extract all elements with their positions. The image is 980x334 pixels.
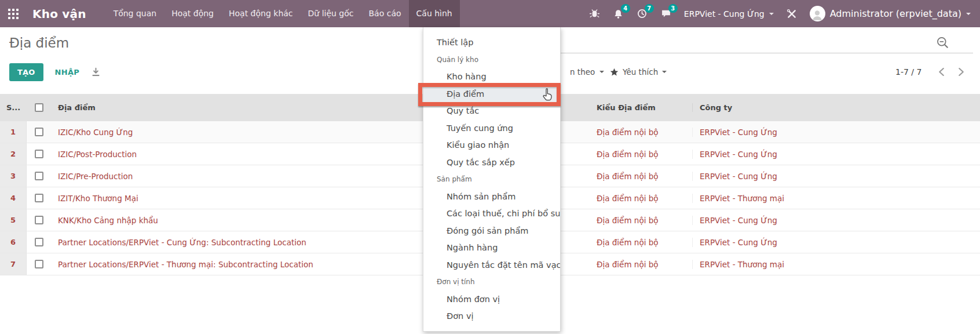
row-company: ERPViet - Thương mại <box>692 194 980 203</box>
row-location-type: Địa điểm nội bộ <box>573 128 692 137</box>
row-sequence: 5 <box>0 209 27 231</box>
menu-tong-quan[interactable]: Tổng quan <box>106 0 164 27</box>
menu-item-nguyen-tac-ma-vach[interactable]: Nguyên tắc đặt tên mã vạch <box>423 257 560 274</box>
topbar: Kho vận Tổng quan Hoạt động Hoạt động kh… <box>0 0 980 27</box>
menu-item-thiet-lap[interactable]: Thiết lập <box>423 34 560 52</box>
menu-section-quan-ly-kho: Quản lý kho <box>423 52 560 69</box>
chevron-down-icon <box>966 13 971 15</box>
header-location-type[interactable]: Kiểu Địa điểm <box>573 103 692 112</box>
menu-item-don-vi[interactable]: Đơn vị <box>423 308 560 325</box>
app-name: Kho vận <box>32 7 86 21</box>
row-checkbox[interactable] <box>35 172 43 180</box>
menu-section-san-pham: Sản phẩm <box>423 171 560 188</box>
import-button[interactable]: NHẬP <box>55 68 80 77</box>
row-company: ERPViet - Cung Ứng <box>692 128 980 137</box>
row-company: ERPViet - Cung Ứng <box>692 238 980 247</box>
group-by-label: n theo <box>570 67 595 77</box>
menu-item-dong-goi-san-pham[interactable]: Đóng gói sản phẩm <box>423 223 560 240</box>
header-company[interactable]: Công ty <box>692 103 980 112</box>
row-checkbox[interactable] <box>35 194 43 202</box>
menu-item-kieu-giao-nhan[interactable]: Kiểu giao nhận <box>423 137 560 154</box>
top-menu: Tổng quan Hoạt động Hoạt động khác Dữ li… <box>106 0 460 27</box>
user-menu[interactable]: Administrator (erpviet_data) <box>810 6 971 21</box>
row-sequence: 4 <box>0 187 27 209</box>
messages-chat-icon[interactable]: 3 <box>660 8 672 20</box>
row-checkbox[interactable] <box>35 260 43 268</box>
row-checkbox[interactable] <box>35 150 43 158</box>
row-checkbox[interactable] <box>35 238 43 246</box>
chevron-down-icon <box>599 71 604 73</box>
menu-du-lieu-goc[interactable]: Dữ liệu gốc <box>301 0 361 27</box>
avatar <box>810 6 825 21</box>
company-switcher[interactable]: ERPViet - Cung Ứng <box>684 9 774 19</box>
notifications-bell-icon[interactable]: 4 <box>613 8 624 20</box>
menu-item-cac-loai-thue[interactable]: Các loại thuế, chi phí bổ sung <box>423 205 560 223</box>
row-company: ERPViet - Cung Ứng <box>692 216 980 225</box>
chevron-down-icon <box>769 13 774 15</box>
row-sequence: 7 <box>0 253 27 275</box>
pager-previous-button[interactable] <box>934 64 949 80</box>
row-location-type: Địa điểm nội bộ <box>573 194 692 203</box>
menu-section-don-vi-tinh: Đơn vị tính <box>423 274 560 291</box>
clock-badge: 7 <box>645 4 654 13</box>
menu-item-tuyen-cung-ung[interactable]: Tuyến cung ứng <box>423 120 560 137</box>
group-by-button[interactable]: n theo <box>570 58 604 86</box>
row-company: ERPViet - Cung Ứng <box>692 172 980 181</box>
menu-item-dia-diem[interactable]: Địa điểm <box>423 86 560 103</box>
menu-item-kho-hang[interactable]: Kho hàng <box>423 68 560 86</box>
select-all-checkbox[interactable] <box>35 103 43 112</box>
row-company: ERPViet - Cung Ứng <box>692 150 980 159</box>
row-sequence: 2 <box>0 143 27 165</box>
config-dropdown-menu: Thiết lập Quản lý kho Kho hàng Địa điểm … <box>423 27 561 332</box>
menu-item-quy-tac-sap-xep[interactable]: Quy tắc sắp xếp <box>423 154 560 172</box>
debug-bug-icon[interactable] <box>589 8 601 20</box>
pager-range: 1-7 / 7 <box>895 58 922 86</box>
favorites-button[interactable]: Yêu thích <box>610 58 667 86</box>
row-location-type: Địa điểm nội bộ <box>573 260 692 269</box>
search-magnifier-icon[interactable] <box>936 36 950 52</box>
activities-clock-icon[interactable]: 7 <box>637 8 648 20</box>
bell-badge: 4 <box>621 4 630 13</box>
row-sequence: 3 <box>0 165 27 187</box>
menu-item-nhom-san-pham[interactable]: Nhóm sản phẩm <box>423 188 560 206</box>
menu-hoat-dong[interactable]: Hoạt động <box>164 0 221 27</box>
row-company: ERPViet - Thương mại <box>692 260 980 269</box>
menu-cau-hinh[interactable]: Cấu hình <box>409 0 460 27</box>
user-name: Administrator (erpviet_data) <box>830 8 961 19</box>
apps-grid-icon[interactable] <box>8 9 19 19</box>
menu-item-nganh-hang[interactable]: Ngành hàng <box>423 239 560 257</box>
menu-item-nhom-don-vi[interactable]: Nhóm đơn vị <box>423 291 560 308</box>
chevron-down-icon <box>662 71 667 73</box>
menu-bao-cao[interactable]: Báo cáo <box>361 0 409 27</box>
page-title: Địa điểm <box>9 35 69 50</box>
row-location-type: Địa điểm nội bộ <box>573 238 692 247</box>
export-download-icon[interactable] <box>91 67 101 77</box>
create-button[interactable]: TẠO <box>9 63 43 81</box>
row-location-type: Địa điểm nội bộ <box>573 172 692 181</box>
star-icon <box>610 68 619 77</box>
favorites-label: Yêu thích <box>623 67 658 77</box>
menu-hoat-dong-khac[interactable]: Hoạt động khác <box>221 0 301 27</box>
row-location-type: Địa điểm nội bộ <box>573 150 692 159</box>
row-checkbox[interactable] <box>35 128 43 136</box>
tools-wrench-icon[interactable] <box>786 8 798 20</box>
chat-badge: 3 <box>668 4 678 13</box>
header-sequence[interactable]: S... <box>0 94 27 121</box>
row-sequence: 6 <box>0 231 27 253</box>
row-checkbox[interactable] <box>35 216 43 224</box>
pager-next-button[interactable] <box>953 64 968 80</box>
row-location-type: Địa điểm nội bộ <box>573 216 692 225</box>
row-sequence: 1 <box>0 121 27 143</box>
company-name: ERPViet - Cung Ứng <box>684 9 765 19</box>
menu-item-quy-tac[interactable]: Quy tắc <box>423 103 560 120</box>
